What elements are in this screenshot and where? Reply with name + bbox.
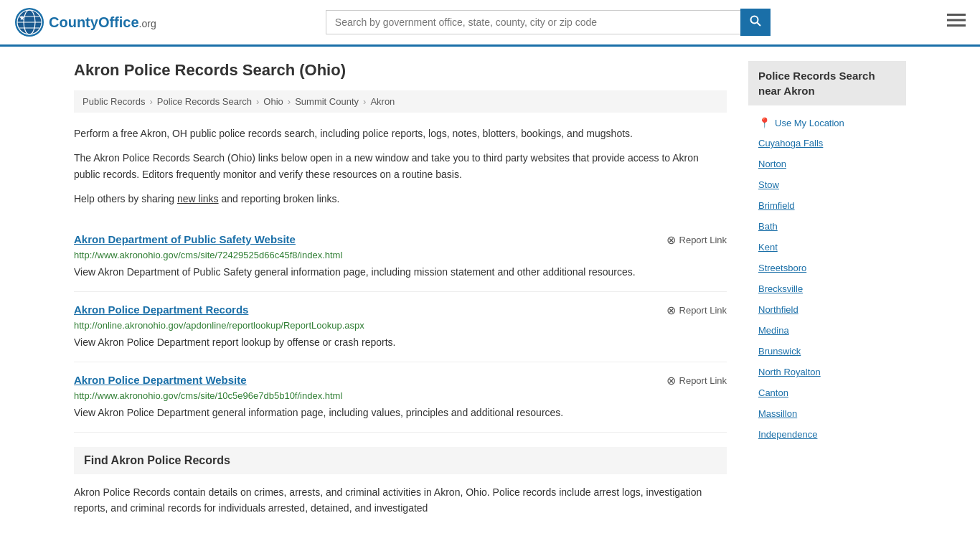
record-header-1: Akron Police Department Records ⊗ Report… (74, 303, 727, 317)
sidebar-links: Cuyahoga FallsNortonStowBrimfieldBathKen… (748, 133, 906, 445)
sidebar-link-5[interactable]: Kent (748, 237, 906, 258)
record-item-1: Akron Police Department Records ⊗ Report… (74, 292, 727, 362)
report-icon-2: ⊗ (666, 374, 676, 387)
report-link-label-1: Report Link (679, 305, 727, 316)
record-desc-0: View Akron Department of Public Safety g… (74, 265, 727, 280)
record-desc-1: View Akron Police Department report look… (74, 335, 727, 350)
pin-icon: 📍 (758, 117, 771, 128)
report-link-label-0: Report Link (679, 235, 727, 245)
logo-text: CountyOffice.org (49, 14, 156, 30)
intro-text-1: Perform a free Akron, OH public police r… (74, 126, 727, 141)
sidebar-link-10[interactable]: Brunswick (748, 341, 906, 362)
find-section-title: Find Akron Police Records (74, 447, 727, 474)
sidebar-link-4[interactable]: Bath (748, 216, 906, 237)
report-icon-1: ⊗ (666, 303, 676, 317)
breadcrumb-public-records[interactable]: Public Records (83, 96, 145, 107)
svg-line-9 (757, 23, 760, 27)
svg-point-8 (750, 17, 758, 24)
record-header-0: Akron Department of Public Safety Websit… (74, 233, 727, 247)
sidebar-link-12[interactable]: Canton (748, 382, 906, 403)
breadcrumb-summit-county[interactable]: Summit County (295, 96, 359, 107)
page-title: Akron Police Records Search (Ohio) (74, 61, 727, 80)
sidebar-link-8[interactable]: Northfield (748, 299, 906, 320)
find-section-text: Akron Police Records contain details on … (74, 484, 727, 517)
record-item-0: Akron Department of Public Safety Websit… (74, 222, 727, 292)
sidebar-link-7[interactable]: Brecksville (748, 278, 906, 299)
search-input[interactable] (326, 10, 740, 34)
breadcrumb-ohio[interactable]: Ohio (263, 96, 283, 107)
record-title-0[interactable]: Akron Department of Public Safety Websit… (74, 233, 296, 245)
svg-text:★: ★ (19, 15, 25, 22)
report-link-btn-1[interactable]: ⊗ Report Link (666, 303, 727, 317)
sidebar-link-6[interactable]: Streetsboro (748, 258, 906, 278)
record-url-1[interactable]: http://online.akronohio.gov/apdonline/re… (74, 320, 727, 331)
sidebar-link-13[interactable]: Massillon (748, 403, 906, 424)
sidebar-link-14[interactable]: Independence (748, 424, 906, 445)
new-links-link[interactable]: new links (177, 193, 219, 204)
report-icon-0: ⊗ (666, 233, 676, 247)
breadcrumb-sep-4: › (363, 96, 366, 107)
record-url-0[interactable]: http://www.akronohio.gov/cms/site/724295… (74, 250, 727, 260)
sidebar-link-1[interactable]: Norton (748, 154, 906, 174)
breadcrumb-sep-2: › (256, 96, 259, 107)
intro-text-2: The Akron Police Records Search (Ohio) l… (74, 150, 727, 182)
breadcrumb: Public Records › Police Records Search ›… (74, 90, 727, 113)
find-section: Find Akron Police Records Akron Police R… (74, 447, 727, 517)
report-link-label-2: Report Link (679, 375, 727, 386)
help-text: Help others by sharing new links and rep… (74, 191, 727, 207)
svg-rect-10 (947, 14, 966, 16)
breadcrumb-akron: Akron (370, 96, 395, 107)
use-my-location-btn[interactable]: 📍 Use My Location (748, 113, 906, 133)
site-header: ★ CountyOffice.org (0, 0, 980, 47)
hamburger-menu-icon[interactable] (947, 12, 966, 32)
search-button[interactable] (740, 9, 771, 36)
svg-rect-12 (947, 24, 966, 27)
report-link-btn-0[interactable]: ⊗ Report Link (666, 233, 727, 247)
record-title-2[interactable]: Akron Police Department Website (74, 374, 247, 386)
search-area (326, 9, 771, 36)
sidebar-link-11[interactable]: North Royalton (748, 362, 906, 382)
main-container: Akron Police Records Search (Ohio) Publi… (60, 47, 920, 530)
sidebar-header: Police Records Search near Akron (748, 61, 906, 105)
search-icon (750, 15, 761, 27)
sidebar: Police Records Search near Akron 📍 Use M… (748, 61, 906, 516)
breadcrumb-sep-1: › (149, 96, 152, 107)
svg-rect-11 (947, 19, 966, 22)
breadcrumb-police-records[interactable]: Police Records Search (157, 96, 252, 107)
sidebar-link-3[interactable]: Brimfield (748, 195, 906, 216)
record-item-2: Akron Police Department Website ⊗ Report… (74, 362, 727, 433)
logo-icon: ★ (14, 7, 44, 37)
logo-area[interactable]: ★ CountyOffice.org (14, 7, 156, 37)
sidebar-link-9[interactable]: Medina (748, 320, 906, 341)
sidebar-link-2[interactable]: Stow (748, 174, 906, 195)
use-my-location-label: Use My Location (775, 118, 844, 128)
record-desc-2: View Akron Police Department general inf… (74, 405, 727, 420)
sidebar-link-0[interactable]: Cuyahoga Falls (748, 133, 906, 154)
record-title-1[interactable]: Akron Police Department Records (74, 303, 248, 316)
record-header-2: Akron Police Department Website ⊗ Report… (74, 374, 727, 387)
record-url-2[interactable]: http://www.akronohio.gov/cms/site/10c5e9… (74, 390, 727, 401)
report-link-btn-2[interactable]: ⊗ Report Link (666, 374, 727, 387)
breadcrumb-sep-3: › (288, 96, 291, 107)
content-area: Akron Police Records Search (Ohio) Publi… (74, 61, 727, 516)
